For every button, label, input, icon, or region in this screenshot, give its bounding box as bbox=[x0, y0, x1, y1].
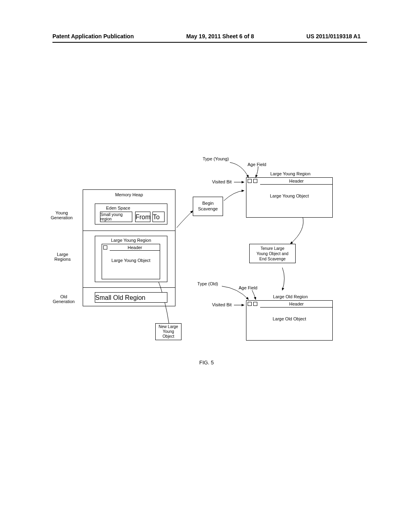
begin-scavenge-box: Begin Scavenge bbox=[193, 197, 223, 216]
large-young-region-title-right: Large Young Region bbox=[258, 171, 323, 176]
heap-divider-2 bbox=[83, 287, 175, 288]
tenure-box: Tenure Large Young Object and End Scaven… bbox=[249, 244, 296, 263]
header-center: May 19, 2011 Sheet 6 of 8 bbox=[186, 33, 254, 39]
visited-bit-label-old: Visited Bit bbox=[210, 302, 234, 307]
memory-heap-title: Memory Heap bbox=[83, 192, 175, 197]
young-right-bit1 bbox=[248, 179, 252, 183]
large-young-object-heap: Large Young Object bbox=[102, 258, 160, 263]
age-field-label-old: Age Field bbox=[234, 285, 262, 290]
heap-header-bit-1 bbox=[103, 245, 107, 249]
type-young-label: Type (Young) bbox=[198, 156, 234, 161]
diagram-container: Young Generation Large Regions Old Gener… bbox=[0, 153, 413, 371]
large-old-region-title: Large Old Region bbox=[258, 294, 323, 299]
old-right-bit1 bbox=[248, 302, 252, 306]
large-young-region-label-heap: Large Young Region bbox=[95, 238, 167, 243]
eden-space-label: Eden Space bbox=[100, 206, 136, 210]
age-field-label-young: Age Field bbox=[243, 162, 271, 167]
header-left: Patent Application Publication bbox=[52, 33, 134, 39]
large-old-object-label: Large Old Object bbox=[246, 316, 333, 321]
new-large-young-object-box: New Large Young Object bbox=[155, 323, 181, 340]
to-box: To bbox=[152, 212, 165, 222]
visited-bit-label-young: Visited Bit bbox=[210, 179, 234, 184]
young-right-bit2 bbox=[253, 179, 257, 183]
arrows-svg bbox=[0, 153, 413, 371]
small-old-region-box: Small Old Region bbox=[95, 292, 167, 303]
header-label-old-right: Header bbox=[260, 301, 333, 308]
old-generation-label: Old Generation bbox=[52, 294, 76, 304]
young-generation-label: Young Generation bbox=[48, 210, 76, 220]
header-right: US 2011/0119318 A1 bbox=[307, 33, 361, 39]
large-regions-label: Large Regions bbox=[50, 252, 75, 262]
heap-divider-1 bbox=[83, 231, 175, 231]
from-box: From bbox=[135, 212, 150, 222]
header-label-young-right: Header bbox=[260, 179, 333, 185]
type-old-label: Type (Old) bbox=[192, 281, 224, 286]
small-young-region-box: Small young region bbox=[100, 212, 132, 222]
old-right-bit2 bbox=[253, 302, 257, 306]
header-divider bbox=[52, 42, 367, 43]
header-label-heap: Header bbox=[110, 245, 160, 251]
large-young-object-right: Large Young Object bbox=[246, 193, 333, 198]
figure-label: FIG. 5 bbox=[0, 360, 413, 366]
